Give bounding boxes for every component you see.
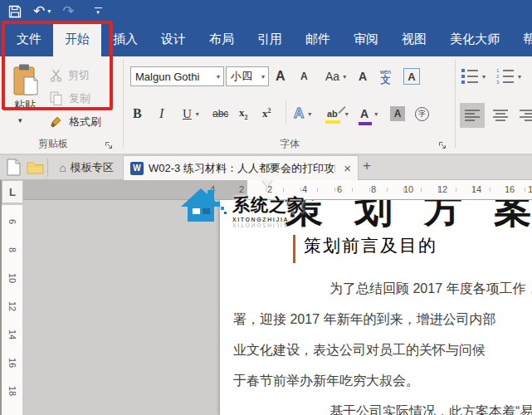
redo-button[interactable]: ↷ [62, 4, 74, 18]
folder-icon [27, 160, 44, 174]
save-icon[interactable] [8, 5, 22, 18]
heading-accent-bar [293, 235, 295, 263]
watermark-title: 系统之家 [232, 193, 305, 217]
ribbon-tab[interactable]: 视图 [390, 22, 438, 56]
ruler-number: 16 [505, 184, 515, 194]
ribbon-tab[interactable]: 帮助 [511, 22, 532, 56]
ribbon-tab[interactable]: 插入 [101, 22, 149, 56]
format-painter-button[interactable]: 格式刷 [50, 115, 101, 129]
font-dialog-launcher[interactable] [438, 139, 447, 148]
home-icon: ⌂ [59, 161, 66, 174]
close-tab-icon[interactable]: × [340, 161, 351, 175]
subscript-button[interactable]: x2 [239, 103, 248, 124]
ribbon-tab[interactable]: 邮件 [294, 22, 342, 56]
watermark-house-icon [179, 182, 229, 228]
numbered-list-button[interactable]: 1 2 3 ▾ [496, 66, 521, 86]
numbered-list-icon: 1 2 3 [496, 69, 514, 84]
ruler-number: 6 [337, 184, 342, 194]
cut-button: 剪切 [50, 68, 90, 83]
redo-icon: ↷ [62, 4, 74, 18]
font-name-combo[interactable]: Malgun Gothi ▾ [130, 66, 224, 86]
undo-dropdown-caret[interactable]: ▾ [47, 7, 51, 15]
paste-button[interactable] [12, 63, 40, 101]
phonetic-guide-button[interactable]: wén文 [380, 66, 391, 86]
paste-label: 粘贴 [3, 98, 46, 113]
body-line: 于春节前举办新年吃穷大叔会。 [233, 365, 532, 396]
bold-button[interactable]: B [133, 103, 142, 124]
document-body: 为了总结回顾 2017 年度各项工作，对 20署，迎接 2017 年新年的到来，… [233, 273, 532, 415]
clipboard-group-label: 剪贴板 [7, 137, 100, 151]
ruler-number: 10 [403, 184, 413, 194]
bullet-list-icon [461, 69, 478, 84]
strikethrough-button[interactable]: abc [212, 103, 228, 124]
ribbon-tab[interactable]: 开始 [53, 22, 101, 56]
open-folder-button[interactable] [27, 160, 44, 178]
underline-button[interactable]: U▾ [183, 103, 199, 124]
change-case-button[interactable]: Aa▾ [325, 66, 346, 86]
font-name-caret[interactable]: ▾ [213, 73, 223, 81]
copy-button: 复制 [50, 91, 90, 106]
align-right-button[interactable] [515, 103, 532, 128]
align-left-button[interactable] [460, 103, 485, 128]
superscript-button[interactable]: x2 [262, 103, 271, 124]
ruler-number: 16 [0, 353, 27, 374]
template-zone-label: 模板专区 [71, 160, 114, 175]
enclose-characters-button[interactable]: 字 [415, 103, 429, 124]
new-document-icon [7, 159, 21, 176]
quick-access-toolbar: ↶▾ ↷ ▾ [8, 0, 102, 22]
ribbon-tab[interactable]: 文件 [5, 22, 53, 56]
document-heading: 策划前言及目的 [304, 234, 437, 257]
tab-stop-selector[interactable]: L [2, 180, 23, 203]
ribbon-tab[interactable]: 美化大师 [438, 22, 511, 56]
vertical-ruler[interactable]: 681012141618 [2, 205, 22, 415]
customize-qat-icon [95, 7, 102, 8]
group-separator [455, 60, 456, 148]
character-border-button[interactable]: A [403, 66, 420, 86]
format-painter-icon [50, 115, 63, 129]
ribbon-tab[interactable]: 审阅 [342, 22, 390, 56]
font-size-caret[interactable]: ▾ [258, 73, 268, 81]
align-center-button[interactable] [488, 103, 513, 128]
font-color-button[interactable]: A▾ [360, 103, 378, 124]
cut-label: 剪切 [68, 68, 90, 83]
ruler-number: 6 [0, 212, 27, 232]
font-color-swatch [359, 122, 372, 125]
group-separator [123, 60, 124, 148]
clear-formatting-button[interactable]: A [359, 66, 364, 86]
new-document-button[interactable] [7, 159, 21, 179]
character-shading-button[interactable]: A [390, 103, 405, 124]
undo-icon: ↶ [33, 4, 45, 18]
font-size-combo[interactable]: 小四 ▾ [226, 66, 269, 86]
template-zone-tab[interactable]: ⌂ 模板专区 [51, 155, 121, 180]
italic-button[interactable]: I [159, 103, 164, 124]
undo-button[interactable]: ↶▾ [33, 4, 51, 18]
ruler-number: 14 [471, 184, 481, 194]
tabbar-divider [47, 159, 48, 177]
new-tab-button[interactable]: + [363, 158, 371, 174]
ruler-number: 18 [0, 381, 27, 402]
active-document-tab[interactable]: W W02-3 练习材料：人人都要会的打印攻略 × [123, 155, 359, 180]
watermark-reflection: XITONGZHIJIA [232, 222, 305, 228]
paste-dropdown-caret[interactable]: ▾ [18, 116, 22, 124]
shrink-font-button[interactable]: A [300, 66, 308, 86]
bullet-list-button[interactable]: ▾ [461, 66, 486, 86]
ruler-number: 8 [371, 184, 376, 194]
text-highlight-button[interactable]: ab▾ [327, 103, 349, 124]
ruler-number: 8 [0, 240, 27, 261]
ribbon-tab[interactable]: 引用 [246, 22, 294, 56]
align-right-icon [520, 110, 532, 121]
ruler-number: 12 [437, 184, 447, 194]
ribbon-tab[interactable]: 布局 [198, 22, 246, 56]
clipboard-dialog-launcher[interactable] [105, 139, 114, 148]
font-size-value: 小四 [227, 69, 258, 84]
font-group-label: 字体 [124, 137, 455, 151]
document-tab-bar: ⌂ 模板专区 W W02-3 练习材料：人人都要会的打印攻略 × + [0, 155, 532, 180]
ribbon-tab-bar: 文件开始插入设计布局引用邮件审阅视图美化大师帮助 [0, 22, 532, 56]
ribbon-tab[interactable]: 设计 [149, 22, 198, 56]
grow-font-button[interactable]: A [276, 66, 286, 86]
titlebar: ↶▾ ↷ ▾ [0, 0, 532, 22]
text-effects-button[interactable]: A▾ [294, 103, 311, 124]
align-left-icon [465, 110, 480, 121]
customize-qat-button[interactable]: ▾ [95, 7, 102, 16]
body-line: 业文化建设，表达公司对员工的关怀与问候 [233, 334, 532, 365]
